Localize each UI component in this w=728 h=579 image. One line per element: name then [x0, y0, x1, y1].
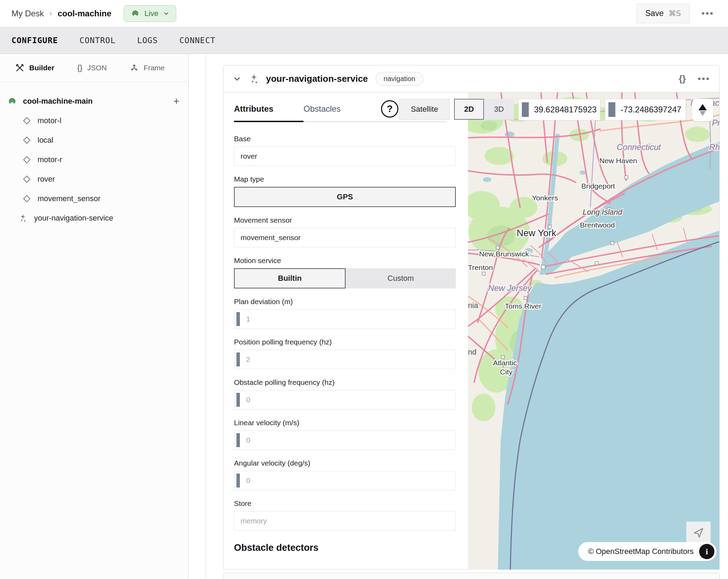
service-title: your-navigation-service [266, 73, 368, 84]
view-tab-label: Frame [144, 64, 165, 72]
tree-item-local[interactable]: local [0, 130, 188, 150]
tree-item-label: cool-machine-main [23, 97, 92, 106]
machine-live-icon [7, 96, 17, 106]
field-map-type: Map type GPS [234, 175, 456, 207]
base-input[interactable]: rover [234, 146, 456, 166]
component-diamond-icon [22, 175, 32, 184]
view-tab-frame[interactable]: Frame [130, 63, 165, 72]
latitude-input[interactable]: 39.62848175923 [518, 99, 600, 120]
field-label: Map type [234, 175, 456, 183]
svg-text:Atlantic: Atlantic [493, 359, 517, 367]
view-json-icon[interactable]: {} [679, 73, 686, 84]
drag-handle[interactable] [236, 474, 240, 487]
tree-item-movement-sensor[interactable]: movement_sensor [0, 189, 188, 208]
breadcrumb-current: cool-machine [58, 9, 112, 18]
navigation-map[interactable]: Massach Pro Rhod Connecticut New Haven B… [468, 93, 719, 570]
plan-deviation-value: 1 [246, 315, 250, 323]
save-button[interactable]: Save ⌘S [637, 4, 689, 23]
panel-divider[interactable] [206, 54, 206, 579]
tab-connect[interactable]: CONNECT [179, 36, 216, 45]
machine-part-tree: cool-machine-main + motor-l local moto [0, 82, 188, 228]
card-header: your-navigation-service navigation {} ••… [224, 65, 719, 93]
tab-logs[interactable]: LOGS [137, 36, 158, 45]
component-diamond-icon [22, 116, 32, 125]
field-label: Movement sensor [234, 216, 456, 224]
svg-text:City: City [500, 368, 513, 376]
tab-control[interactable]: CONTROL [80, 36, 116, 45]
next-card-strip[interactable] [223, 573, 720, 579]
field-label: Obstacle polling frequency (hz) [234, 378, 456, 387]
base-value: rover [241, 152, 257, 160]
main-tab-bar: CONFIGURE CONTROL LOGS CONNECT [0, 27, 728, 54]
view-tab-json[interactable]: {} JSON [77, 63, 107, 72]
svg-text:Trenton: Trenton [468, 263, 493, 271]
motion-service-custom-button[interactable]: Custom [346, 268, 456, 288]
linear-velocity-input[interactable]: 0 [234, 430, 456, 450]
card-tabs: Attributes Obstacles [234, 98, 446, 122]
view-tab-label: Builder [29, 64, 54, 72]
position-polling-input[interactable]: 2 [234, 350, 456, 369]
plan-deviation-input[interactable]: 1 [234, 309, 456, 329]
locate-button[interactable] [686, 522, 711, 544]
field-angular-velocity: Angular velocity (deg/s) 0 [234, 459, 456, 490]
tree-item-label: movement_sensor [38, 194, 100, 203]
card-more-menu-icon[interactable]: ••• [698, 73, 710, 84]
longitude-value: -73.2486397247 [621, 105, 681, 114]
navigation-service-card: your-navigation-service navigation {} ••… [223, 65, 720, 570]
obstacle-polling-input[interactable]: 0 [234, 390, 456, 410]
position-polling-value: 2 [246, 355, 250, 364]
tree-root-cool-machine-main[interactable]: cool-machine-main + [0, 92, 188, 111]
zoom-stepper[interactable] [692, 99, 713, 121]
tree-item-your-navigation-service[interactable]: your-navigation-service [0, 208, 188, 228]
breadcrumb-separator-icon: › [49, 9, 52, 18]
latitude-value: 39.62848175923 [534, 105, 597, 114]
field-store: Store memory [234, 499, 456, 531]
svg-text:New Haven: New Haven [599, 157, 637, 165]
drag-handle[interactable] [522, 102, 529, 117]
svg-text:New York: New York [517, 228, 557, 238]
map-type-gps-button[interactable]: GPS [234, 187, 456, 207]
field-label: Angular velocity (deg/s) [234, 459, 456, 467]
navigation-service-icon [18, 213, 29, 223]
drag-handle[interactable] [236, 433, 240, 447]
store-input[interactable]: memory [234, 511, 456, 531]
svg-text:Pro: Pro [712, 118, 719, 127]
svg-text:nia: nia [468, 301, 478, 310]
tree-item-motor-r[interactable]: motor-r [0, 150, 188, 169]
step-down-icon[interactable] [699, 111, 706, 116]
breadcrumb-parent[interactable]: My Desk [11, 9, 44, 18]
tree-item-motor-l[interactable]: motor-l [0, 111, 188, 130]
movement-sensor-input[interactable]: movement_sensor [234, 228, 456, 247]
card-body: Massach Pro Rhod Connecticut New Haven B… [224, 93, 719, 570]
tree-item-label: rover [38, 175, 55, 184]
tree-item-label: your-navigation-service [34, 214, 113, 223]
collapse-chevron-icon[interactable] [233, 74, 242, 84]
live-status-dropdown[interactable]: Live [124, 5, 176, 22]
field-linear-velocity: Linear velocity (m/s) 0 [234, 419, 456, 450]
component-diamond-icon [22, 136, 32, 145]
tab-obstacles[interactable]: Obstacles [304, 98, 446, 122]
tree-item-rover[interactable]: rover [0, 169, 188, 189]
angular-velocity-value: 0 [246, 476, 250, 485]
step-up-icon[interactable] [698, 104, 707, 110]
store-placeholder: memory [241, 517, 267, 525]
map-mode-3d-button[interactable]: 3D [484, 99, 514, 120]
drag-handle[interactable] [236, 312, 240, 326]
drag-handle[interactable] [608, 102, 615, 117]
attribution-text[interactable]: © OpenStreetMap Contributors [588, 547, 694, 556]
motion-service-builtin-button[interactable]: Builtin [234, 268, 346, 288]
map-mode-2d-button[interactable]: 2D [454, 99, 484, 120]
more-menu-icon[interactable]: ••• [702, 8, 714, 19]
tab-attributes[interactable]: Attributes [234, 98, 304, 122]
angular-velocity-input[interactable]: 0 [234, 471, 456, 490]
view-tab-builder[interactable]: Builder [15, 63, 54, 72]
linear-velocity-value: 0 [246, 436, 250, 444]
save-label: Save [645, 9, 663, 18]
add-component-button[interactable]: + [173, 96, 179, 106]
field-label: Position polling frequency (hz) [234, 338, 456, 346]
info-icon[interactable]: i [699, 544, 714, 559]
drag-handle[interactable] [236, 393, 240, 407]
tab-configure[interactable]: CONFIGURE [11, 36, 58, 45]
longitude-input[interactable]: -73.2486397247 [605, 99, 686, 120]
drag-handle[interactable] [236, 352, 240, 366]
